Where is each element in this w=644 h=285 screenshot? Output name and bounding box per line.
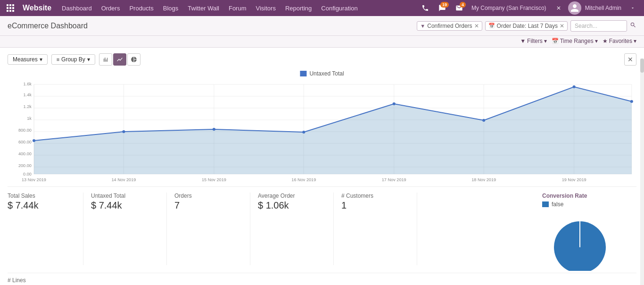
svg-rect-8: [12, 10, 14, 12]
measures-dropdown[interactable]: Measures ▾: [8, 54, 48, 65]
svg-text:0.00: 0.00: [23, 172, 32, 176]
filter-confirmed-label: Confirmed Orders: [427, 23, 472, 29]
app-name: Website: [17, 4, 57, 12]
favorites-text: Favorites: [609, 38, 632, 44]
pie-legend: false: [542, 201, 636, 208]
svg-text:800.00: 800.00: [18, 128, 32, 133]
svg-point-40: [393, 102, 396, 105]
svg-text:18 Nov 2019: 18 Nov 2019: [471, 177, 496, 182]
stat-divider-2: [166, 193, 167, 265]
svg-text:14 Nov 2019: 14 Nov 2019: [111, 177, 136, 182]
filter-date-range[interactable]: 📅 Order Date: Last 7 Days ✕: [485, 21, 568, 31]
scrollbar-thumb[interactable]: [640, 59, 644, 73]
svg-text:600.00: 600.00: [18, 140, 32, 144]
svg-rect-1: [9, 4, 11, 6]
close-company-icon[interactable]: [551, 0, 566, 16]
conversion-title: Conversion Rate: [542, 193, 636, 199]
avatar[interactable]: [568, 1, 581, 15]
nav-right-section: 19 4 My Company (San Francisco) Mitchell…: [418, 0, 640, 16]
total-sales-label: Total Sales: [8, 193, 74, 199]
nav-twitter-wall[interactable]: Twitter Wall: [183, 0, 224, 16]
svg-point-41: [482, 119, 485, 122]
group-by-label: Group By: [61, 56, 85, 63]
total-sales-value: $ 7.44k: [8, 200, 74, 211]
stat-customers: # Customers 1: [341, 193, 417, 271]
svg-rect-0: [7, 4, 8, 6]
chart-legend: Untaxed Total: [300, 70, 344, 77]
stat-divider-4: [333, 193, 334, 265]
star-icon: ★: [603, 38, 608, 44]
svg-point-39: [302, 131, 305, 134]
group-by-caret: ▾: [87, 56, 90, 63]
toolbar-filter-group: ▼ Filters ▾ 📅 Time Ranges ▾ ★ Favorites …: [520, 38, 636, 44]
line-chart-btn[interactable]: [113, 53, 126, 66]
avg-order-label: Average Order: [258, 193, 324, 199]
nav-forum[interactable]: Forum: [224, 0, 251, 16]
filter-date-close[interactable]: ✕: [560, 23, 564, 29]
svg-rect-5: [12, 7, 14, 9]
nav-configuration[interactable]: Configuration: [316, 0, 362, 16]
stat-divider-5: [417, 193, 417, 265]
stat-divider-1: [83, 193, 83, 265]
group-by-icon: ≡: [57, 57, 59, 62]
favorites-dropdown[interactable]: ★ Favorites ▾: [603, 38, 636, 44]
nav-orders[interactable]: Orders: [97, 0, 125, 16]
subheader: eCommerce Dashboard ▼ Confirmed Orders ✕…: [0, 16, 644, 36]
filter-icon: ▼: [420, 23, 425, 29]
chat-badge: 19: [440, 2, 449, 8]
stat-avg-order: Average Order $ 1.06k: [258, 193, 333, 271]
nav-visitors[interactable]: Visitors: [251, 0, 281, 16]
avg-order-value: $ 1.06k: [258, 200, 324, 211]
stat-untaxed-total: Untaxed Total $ 7.44k: [91, 193, 166, 271]
untaxed-total-value: $ 7.44k: [91, 200, 157, 211]
svg-point-38: [213, 128, 215, 131]
pie-chart-btn[interactable]: [127, 53, 140, 66]
message-icon[interactable]: 4: [452, 0, 467, 16]
filter-confirmed-close[interactable]: ✕: [474, 23, 479, 29]
bar-chart-btn[interactable]: [99, 53, 112, 66]
pie-legend-color: [542, 201, 549, 207]
svg-point-36: [33, 139, 35, 142]
svg-text:1.4k: 1.4k: [24, 92, 32, 97]
orders-label: Orders: [174, 193, 240, 199]
search-placeholder: Search...: [575, 23, 597, 29]
nav-blogs[interactable]: Blogs: [158, 0, 183, 16]
page-title: eCommerce Dashboard: [8, 22, 88, 30]
stats-row: Total Sales $ 7.44k Untaxed Total $ 7.44…: [8, 186, 636, 271]
svg-point-37: [122, 130, 125, 133]
legend-color-box: [300, 71, 306, 76]
nav-reporting[interactable]: Reporting: [281, 0, 316, 16]
search-box[interactable]: Search...: [570, 20, 627, 32]
pie-chart-svg: [542, 210, 618, 271]
nav-products[interactable]: Products: [124, 0, 158, 16]
svg-rect-6: [7, 10, 8, 12]
close-chart-btn[interactable]: ✕: [624, 53, 636, 66]
user-dropdown-icon[interactable]: [625, 0, 640, 16]
grid-menu-icon[interactable]: [4, 0, 17, 16]
filters-dropdown[interactable]: ▼ Filters ▾: [520, 38, 547, 44]
svg-text:200.00: 200.00: [18, 163, 32, 168]
favorites-caret: ▾: [634, 38, 636, 44]
time-ranges-dropdown[interactable]: 📅 Time Ranges ▾: [552, 38, 598, 44]
svg-text:13 Nov 2019: 13 Nov 2019: [22, 177, 46, 182]
svg-text:16 Nov 2019: 16 Nov 2019: [291, 177, 316, 182]
conversion-section: Conversion Rate false: [542, 193, 636, 271]
phone-icon[interactable]: [418, 0, 433, 16]
scrollbar-track[interactable]: [640, 59, 644, 285]
stat-orders: Orders 7: [174, 193, 250, 271]
svg-text:1k: 1k: [27, 116, 32, 121]
nav-dashboard[interactable]: Dashboard: [57, 0, 97, 16]
chat-icon[interactable]: 19: [435, 0, 450, 16]
user-menu[interactable]: Mitchell Admin: [583, 5, 623, 11]
svg-rect-4: [9, 7, 11, 9]
lines-section: # Lines 7: [8, 273, 636, 285]
chart-type-buttons: [99, 53, 140, 66]
filter-confirmed-orders[interactable]: ▼ Confirmed Orders ✕: [417, 21, 482, 31]
group-by-dropdown[interactable]: ≡ Group By ▾: [51, 54, 95, 65]
company-selector[interactable]: My Company (San Francisco): [469, 5, 549, 11]
search-submit-icon[interactable]: [630, 22, 636, 30]
calendar-small-icon: 📅: [552, 38, 559, 44]
filters-caret: ▾: [544, 38, 547, 44]
svg-rect-3: [7, 7, 8, 9]
svg-rect-2: [12, 4, 14, 6]
